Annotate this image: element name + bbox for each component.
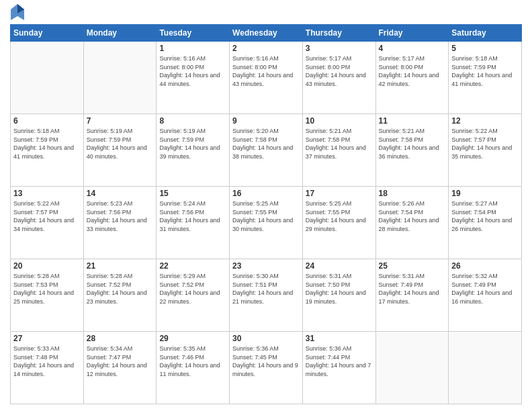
weekday-header: Tuesday xyxy=(157,25,230,42)
calendar-cell: 8Sunrise: 5:19 AMSunset: 7:59 PMDaylight… xyxy=(157,114,230,187)
day-number: 18 xyxy=(379,189,446,198)
calendar-cell: 9Sunrise: 5:20 AMSunset: 7:58 PMDaylight… xyxy=(230,114,303,187)
day-number: 24 xyxy=(306,261,373,271)
day-number: 20 xyxy=(13,261,81,271)
logo xyxy=(10,7,24,20)
day-info: Sunrise: 5:34 AMSunset: 7:47 PMDaylight:… xyxy=(87,345,154,378)
calendar-cell: 4Sunrise: 5:17 AMSunset: 8:00 PMDaylight… xyxy=(375,42,449,114)
day-info: Sunrise: 5:17 AMSunset: 8:00 PMDaylight:… xyxy=(379,54,446,88)
day-info: Sunrise: 5:17 AMSunset: 8:00 PMDaylight:… xyxy=(306,54,373,88)
weekday-header: Sunday xyxy=(11,25,84,42)
day-info: Sunrise: 5:16 AMSunset: 8:00 PMDaylight:… xyxy=(232,54,300,88)
day-info: Sunrise: 5:18 AMSunset: 7:59 PMDaylight:… xyxy=(451,54,519,88)
day-number: 12 xyxy=(451,116,519,126)
day-info: Sunrise: 5:29 AMSunset: 7:52 PMDaylight:… xyxy=(159,272,226,306)
calendar-cell: 2Sunrise: 5:16 AMSunset: 8:00 PMDaylight… xyxy=(230,42,303,114)
day-number: 26 xyxy=(451,261,519,271)
day-info: Sunrise: 5:21 AMSunset: 7:58 PMDaylight:… xyxy=(379,127,446,161)
day-info: Sunrise: 5:18 AMSunset: 7:59 PMDaylight:… xyxy=(13,127,81,161)
day-info: Sunrise: 5:33 AMSunset: 7:48 PMDaylight:… xyxy=(13,345,81,378)
calendar-cell: 18Sunrise: 5:26 AMSunset: 7:54 PMDayligh… xyxy=(375,187,449,259)
day-info: Sunrise: 5:30 AMSunset: 7:51 PMDaylight:… xyxy=(232,272,300,306)
day-number: 8 xyxy=(159,116,226,126)
day-number: 7 xyxy=(87,116,154,126)
day-info: Sunrise: 5:32 AMSunset: 7:49 PMDaylight:… xyxy=(451,272,519,306)
calendar-cell: 26Sunrise: 5:32 AMSunset: 7:49 PMDayligh… xyxy=(449,259,522,332)
day-number: 6 xyxy=(13,116,81,126)
calendar-cell xyxy=(11,42,84,114)
day-number: 2 xyxy=(232,44,300,53)
calendar-cell: 24Sunrise: 5:31 AMSunset: 7:50 PMDayligh… xyxy=(302,259,375,332)
calendar-cell: 1Sunrise: 5:16 AMSunset: 8:00 PMDaylight… xyxy=(157,42,230,114)
day-info: Sunrise: 5:28 AMSunset: 7:53 PMDaylight:… xyxy=(13,272,81,306)
day-info: Sunrise: 5:23 AMSunset: 7:56 PMDaylight:… xyxy=(87,199,154,233)
day-info: Sunrise: 5:35 AMSunset: 7:46 PMDaylight:… xyxy=(159,345,226,378)
calendar-cell: 20Sunrise: 5:28 AMSunset: 7:53 PMDayligh… xyxy=(11,259,84,332)
day-number: 25 xyxy=(379,261,446,271)
calendar-cell: 23Sunrise: 5:30 AMSunset: 7:51 PMDayligh… xyxy=(230,259,303,332)
day-info: Sunrise: 5:27 AMSunset: 7:54 PMDaylight:… xyxy=(451,199,519,233)
day-info: Sunrise: 5:26 AMSunset: 7:54 PMDaylight:… xyxy=(379,199,446,233)
calendar-cell: 3Sunrise: 5:17 AMSunset: 8:00 PMDaylight… xyxy=(302,42,375,114)
calendar-cell: 11Sunrise: 5:21 AMSunset: 7:58 PMDayligh… xyxy=(375,114,449,187)
day-number: 23 xyxy=(232,261,300,271)
calendar-week-row: 20Sunrise: 5:28 AMSunset: 7:53 PMDayligh… xyxy=(11,259,522,332)
calendar-week-row: 6Sunrise: 5:18 AMSunset: 7:59 PMDaylight… xyxy=(11,114,522,187)
calendar-cell: 16Sunrise: 5:25 AMSunset: 7:55 PMDayligh… xyxy=(230,187,303,259)
day-info: Sunrise: 5:28 AMSunset: 7:52 PMDaylight:… xyxy=(87,272,154,306)
day-number: 28 xyxy=(87,334,154,343)
calendar-header-row: SundayMondayTuesdayWednesdayThursdayFrid… xyxy=(11,25,522,42)
day-number: 17 xyxy=(306,189,373,198)
calendar-cell: 22Sunrise: 5:29 AMSunset: 7:52 PMDayligh… xyxy=(157,259,230,332)
calendar-cell: 30Sunrise: 5:36 AMSunset: 7:45 PMDayligh… xyxy=(230,332,303,404)
day-number: 10 xyxy=(306,116,373,126)
day-number: 11 xyxy=(379,116,446,126)
day-info: Sunrise: 5:21 AMSunset: 7:58 PMDaylight:… xyxy=(306,127,373,161)
day-number: 4 xyxy=(379,44,446,53)
calendar-cell xyxy=(83,42,157,114)
day-number: 15 xyxy=(159,189,226,198)
logo-icon xyxy=(11,4,24,20)
calendar-cell: 31Sunrise: 5:36 AMSunset: 7:44 PMDayligh… xyxy=(302,332,375,404)
day-number: 1 xyxy=(159,44,226,53)
day-number: 16 xyxy=(232,189,300,198)
day-number: 21 xyxy=(87,261,154,271)
day-info: Sunrise: 5:20 AMSunset: 7:58 PMDaylight:… xyxy=(232,127,300,161)
day-number: 27 xyxy=(13,334,81,343)
weekday-header: Wednesday xyxy=(230,25,303,42)
weekday-header: Saturday xyxy=(449,25,522,42)
calendar-cell: 14Sunrise: 5:23 AMSunset: 7:56 PMDayligh… xyxy=(83,187,157,259)
calendar-cell: 7Sunrise: 5:19 AMSunset: 7:59 PMDaylight… xyxy=(83,114,157,187)
calendar-week-row: 13Sunrise: 5:22 AMSunset: 7:57 PMDayligh… xyxy=(11,187,522,259)
calendar-cell: 17Sunrise: 5:25 AMSunset: 7:55 PMDayligh… xyxy=(302,187,375,259)
page: SundayMondayTuesdayWednesdayThursdayFrid… xyxy=(0,0,532,411)
calendar-cell: 29Sunrise: 5:35 AMSunset: 7:46 PMDayligh… xyxy=(157,332,230,404)
header xyxy=(10,7,522,20)
day-info: Sunrise: 5:36 AMSunset: 7:44 PMDaylight:… xyxy=(306,345,373,378)
weekday-header: Monday xyxy=(83,25,157,42)
calendar-cell xyxy=(375,332,449,404)
calendar-cell xyxy=(449,332,522,404)
calendar-cell: 27Sunrise: 5:33 AMSunset: 7:48 PMDayligh… xyxy=(11,332,84,404)
calendar-cell: 10Sunrise: 5:21 AMSunset: 7:58 PMDayligh… xyxy=(302,114,375,187)
day-info: Sunrise: 5:24 AMSunset: 7:56 PMDaylight:… xyxy=(159,199,226,233)
calendar-cell: 6Sunrise: 5:18 AMSunset: 7:59 PMDaylight… xyxy=(11,114,84,187)
day-number: 5 xyxy=(451,44,519,53)
day-info: Sunrise: 5:22 AMSunset: 7:57 PMDaylight:… xyxy=(451,127,519,161)
calendar-week-row: 27Sunrise: 5:33 AMSunset: 7:48 PMDayligh… xyxy=(11,332,522,404)
day-info: Sunrise: 5:25 AMSunset: 7:55 PMDaylight:… xyxy=(306,199,373,233)
calendar-cell: 12Sunrise: 5:22 AMSunset: 7:57 PMDayligh… xyxy=(449,114,522,187)
calendar-cell: 25Sunrise: 5:31 AMSunset: 7:49 PMDayligh… xyxy=(375,259,449,332)
day-number: 14 xyxy=(87,189,154,198)
day-number: 3 xyxy=(306,44,373,53)
calendar-table: SundayMondayTuesdayWednesdayThursdayFrid… xyxy=(10,24,522,404)
weekday-header: Friday xyxy=(375,25,449,42)
day-number: 22 xyxy=(159,261,226,271)
calendar-cell: 28Sunrise: 5:34 AMSunset: 7:47 PMDayligh… xyxy=(83,332,157,404)
calendar-week-row: 1Sunrise: 5:16 AMSunset: 8:00 PMDaylight… xyxy=(11,42,522,114)
calendar-cell: 15Sunrise: 5:24 AMSunset: 7:56 PMDayligh… xyxy=(157,187,230,259)
day-number: 9 xyxy=(232,116,300,126)
day-number: 29 xyxy=(159,334,226,343)
day-number: 19 xyxy=(451,189,519,198)
day-number: 13 xyxy=(13,189,81,198)
